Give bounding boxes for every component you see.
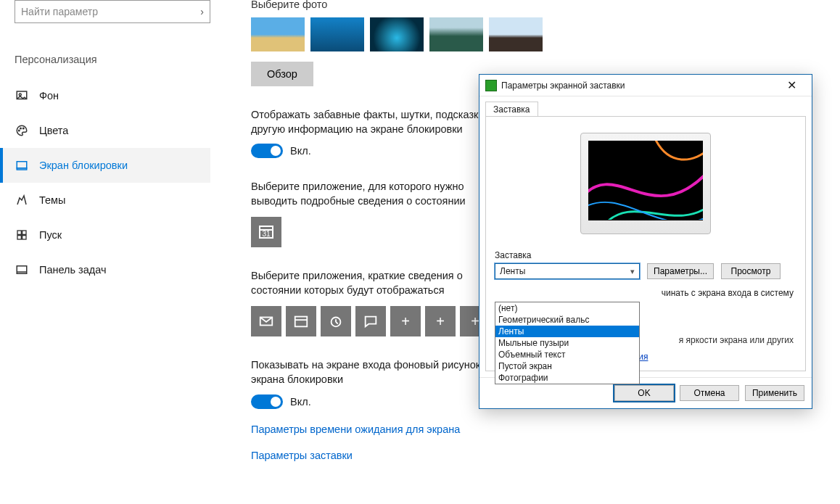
tab-screensaver[interactable]: Заставка [485,102,538,117]
app-icon [485,80,497,91]
svg-rect-5 [17,162,27,168]
close-button[interactable]: ✕ [777,78,806,92]
cancel-button[interactable]: Отмена [680,385,739,401]
sidebar-item-label: Экран блокировки [39,160,128,171]
apply-button[interactable]: Применить [745,385,804,401]
photo-thumb[interactable] [251,17,305,51]
dropdown-option[interactable]: (нет) [495,302,639,314]
toggle-label: Вкл. [290,145,311,157]
photo-thumb[interactable] [310,17,364,51]
sidebar-item-taskbar[interactable]: Панель задач [0,252,210,287]
search-input[interactable]: Найти параметр › [15,0,210,23]
ok-button[interactable]: OK [614,385,674,401]
dialog-title: Параметры экранной заставки [501,80,625,91]
quick-app-add[interactable]: + [390,306,421,336]
quick-app-tile-mail[interactable] [251,306,281,336]
svg-point-1 [19,94,21,96]
quick-apps-label: Выберите приложения, краткие сведения о … [251,269,498,297]
dropdown-option-selected[interactable]: Ленты [495,326,639,337]
sidebar-item-lockscreen[interactable]: Экран блокировки [0,148,210,183]
photo-thumb[interactable] [429,17,483,51]
svg-point-4 [23,128,25,129]
show-bg-label: Показывать на экране входа фоновый рисун… [251,358,498,387]
sidebar-item-colors[interactable]: Цвета [0,113,210,148]
screensaver-preview-button[interactable]: Просмотр [721,263,781,279]
dropdown-option[interactable]: Геометрический вальс [495,314,639,326]
svg-point-3 [20,128,22,129]
svg-text:31: 31 [262,230,271,238]
timeout-link[interactable]: Параметры времени ожидания для экрана [251,424,825,435]
search-go-icon: › [200,6,204,17]
svg-rect-10 [22,236,26,239]
lockscreen-icon [15,158,29,173]
dropdown-option[interactable]: Фотографии [495,372,639,384]
quick-app-tile-alarm[interactable] [321,306,351,336]
dropdown-option[interactable]: Мыльные пузыри [495,337,639,349]
screensaver-preview [580,133,711,234]
quick-app-tile-messaging[interactable] [355,306,386,336]
power-desc-partial: я яркости экрана или других [679,335,794,345]
sidebar-item-label: Панель задач [39,264,107,276]
browse-button[interactable]: Обзор [251,62,313,86]
fun-facts-label: Отображать забавные факты, шутки, подска… [251,108,498,136]
screensaver-combobox[interactable]: Ленты ▾ [495,263,640,279]
screensaver-dialog: Параметры экранной заставки ✕ Заставка З… [479,74,812,409]
dropdown-option[interactable]: Пустой экран [495,360,639,372]
taskbar-icon [15,263,29,277]
palette-icon [15,123,29,138]
wait-text-partial: чинать с экрана входа в систему [662,288,794,298]
photo-thumb[interactable] [489,17,543,51]
toggle-label: Вкл. [290,396,311,408]
sidebar-item-start[interactable]: Пуск [0,218,210,252]
svg-rect-17 [295,317,308,327]
search-placeholder: Найти параметр [21,6,98,17]
detailed-app-label: Выберите приложение, для которого нужно … [251,180,490,208]
chevron-down-icon: ▾ [630,267,635,276]
sidebar-item-themes[interactable]: Темы [0,183,210,218]
screensaver-link[interactable]: Параметры заставки [251,450,825,461]
svg-rect-6 [17,168,27,170]
dropdown-option[interactable]: Объемный текст [495,349,639,360]
screensaver-dropdown[interactable]: (нет) Геометрический вальс Ленты Мыльные… [495,302,640,384]
screensaver-params-button[interactable]: Параметры... [647,263,714,279]
start-icon [15,228,29,242]
svg-rect-8 [22,231,26,234]
sidebar-item-label: Цвета [39,125,68,136]
detailed-app-tile[interactable]: 31 [251,217,281,247]
sidebar-item-label: Пуск [39,229,62,241]
quick-app-tile-calendar[interactable] [286,306,316,336]
sidebar-section-title: Персонализация [15,54,210,65]
svg-point-2 [19,130,20,131]
svg-rect-9 [17,236,21,239]
svg-rect-7 [17,231,21,234]
sidebar-item-label: Темы [39,194,66,206]
combobox-value: Ленты [500,266,525,276]
photo-thumb[interactable] [370,17,424,51]
fun-facts-toggle[interactable] [251,144,283,158]
show-bg-toggle[interactable] [251,394,283,409]
sidebar-item-label: Фон [39,90,59,102]
screensaver-group-label: Заставка [495,250,796,260]
choose-photo-label: Выберите фото [251,0,825,10]
sidebar-item-background[interactable]: Фон [0,78,210,113]
quick-app-add[interactable]: + [425,306,456,336]
picture-icon [15,88,29,103]
themes-icon [15,193,29,207]
